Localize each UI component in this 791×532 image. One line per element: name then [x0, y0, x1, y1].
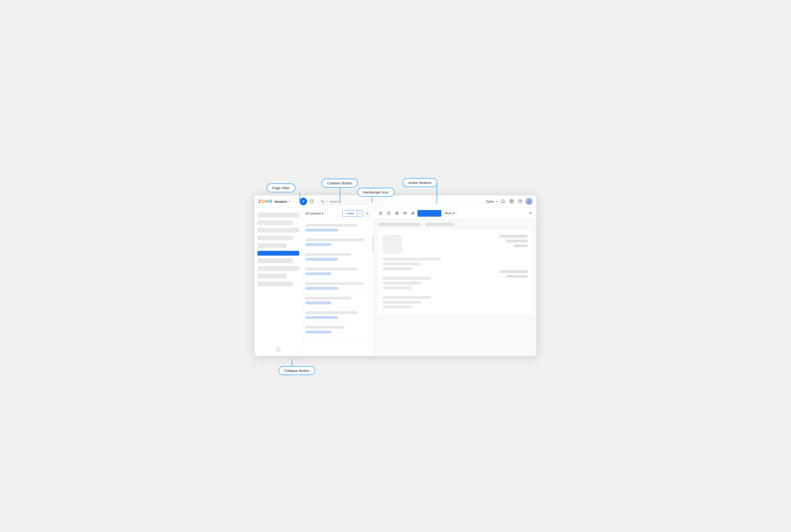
new-button-dropdown[interactable]: ▾: [357, 211, 363, 216]
new-button-label: + New: [345, 212, 354, 215]
detail-card: [378, 230, 533, 315]
status-button[interactable]: [418, 210, 441, 217]
annotation-creation-button: Creation Button: [322, 179, 358, 188]
detail-skeleton-info2: [383, 282, 422, 285]
list-item[interactable]: [302, 251, 374, 265]
more-button[interactable]: More ▾: [442, 210, 457, 216]
search-filter-icon[interactable]: ▾: [326, 200, 327, 203]
org-dropdown-icon[interactable]: ▾: [496, 200, 498, 203]
filter-arrow-icon: ▾: [322, 212, 324, 215]
list-item[interactable]: [302, 222, 374, 236]
detail-logo: [383, 235, 402, 254]
zoho-logo: Z O H O: [258, 199, 272, 204]
topbar-right: Zylker ▾: [486, 198, 533, 205]
list-actions: + New ▾ ≡: [342, 210, 371, 217]
svg-point-4: [528, 200, 530, 202]
sidebar-item[interactable]: [257, 235, 293, 240]
close-button[interactable]: ✕: [527, 210, 534, 217]
list-item[interactable]: [302, 265, 374, 280]
hamburger-icon: ≡: [366, 211, 368, 216]
annotation-page-filter: Page Filter: [267, 184, 295, 192]
help-icon[interactable]: [517, 198, 523, 205]
sidebar-item[interactable]: [257, 243, 287, 248]
list-item[interactable]: [302, 323, 374, 338]
search-input[interactable]: [330, 200, 381, 203]
list-scrollbar[interactable]: [372, 234, 373, 253]
search-bar: 🔍 ▾: [317, 197, 385, 205]
more-arrow-icon: ▾: [453, 211, 455, 215]
app-window: Z O H O Invoice ▾ +: [255, 195, 536, 356]
detail-right-sk5: [506, 275, 528, 278]
main-content: ‹ All Invoices ▾ + New: [255, 208, 536, 356]
collapse-button[interactable]: ‹: [276, 346, 281, 352]
annotation-hamburger: Hamburger Icon: [357, 188, 394, 196]
detail-skeleton-address2: [383, 267, 412, 270]
filter-label: All Invoices: [305, 212, 321, 215]
add-button[interactable]: +: [300, 197, 307, 205]
logo-letter-o1: O: [262, 199, 265, 204]
detail-skeleton-address1: [383, 263, 422, 265]
sidebar-items: [255, 211, 302, 344]
sidebar-item[interactable]: [257, 259, 293, 263]
detail-card-left: [383, 235, 480, 310]
history-button[interactable]: [308, 197, 316, 205]
annotation-action-buttons: Action Buttons: [403, 178, 437, 187]
logo-letter-h: H: [265, 199, 268, 204]
detail-skeleton-info3: [383, 286, 412, 289]
sidebar-item[interactable]: [257, 274, 287, 279]
detail-card-right: [485, 235, 528, 310]
detail-content: [374, 219, 536, 356]
attach-button[interactable]: [409, 210, 417, 217]
filter-button[interactable]: All Invoices ▾: [305, 212, 324, 215]
print-button[interactable]: [393, 210, 400, 217]
more-label: More: [445, 211, 452, 215]
hamburger-button[interactable]: ≡: [364, 210, 371, 217]
detail-info-line1: [378, 223, 421, 226]
logo-letter-o2: O: [269, 199, 272, 204]
list-item[interactable]: [302, 294, 374, 309]
detail-skeleton-company: [383, 258, 441, 261]
sidebar-item[interactable]: [257, 220, 293, 225]
annotation-hamburger-label: Hamburger Icon: [363, 190, 389, 194]
svg-rect-5: [396, 213, 398, 215]
annotation-action-label: Action Buttons: [408, 180, 431, 185]
detail-skeleton-info5: [383, 301, 422, 304]
topbar-actions: +: [300, 197, 316, 205]
search-icon: 🔍: [321, 200, 325, 203]
list-header: All Invoices ▾ + New ▾: [302, 208, 374, 220]
list-item[interactable]: [302, 236, 374, 251]
detail-skeleton-info1: [383, 277, 431, 280]
annotation-collapse-label: Collapse Button: [284, 368, 310, 373]
annotation-creation-label: Creation Button: [327, 181, 352, 185]
detail-right-sk2: [506, 240, 528, 243]
sidebar: ‹: [255, 208, 302, 356]
sidebar-item[interactable]: [257, 213, 299, 217]
avatar[interactable]: [525, 198, 533, 205]
app-dropdown-icon[interactable]: ▾: [289, 200, 290, 203]
detail-right-sk4: [499, 270, 528, 273]
notifications-icon[interactable]: [500, 198, 506, 205]
sidebar-item-active[interactable]: [257, 251, 299, 255]
logo-area: Z O H O Invoice ▾: [258, 199, 296, 204]
settings-icon[interactable]: [508, 198, 515, 205]
list-item[interactable]: [302, 309, 374, 323]
new-button[interactable]: + New: [343, 210, 357, 216]
org-name: Zylker: [486, 200, 495, 203]
detail-panel: More ▾ ✕: [374, 208, 536, 356]
annotation-page-filter-label: Page Filter: [272, 186, 290, 190]
sidebar-item[interactable]: [257, 266, 299, 271]
sidebar-item[interactable]: [257, 281, 293, 286]
logo-letter-z: Z: [258, 199, 261, 204]
detail-skeleton-info6: [383, 306, 412, 308]
annotation-collapse-button: Collapse Button: [278, 366, 315, 375]
email-button[interactable]: [401, 210, 408, 217]
document-button[interactable]: [385, 210, 392, 217]
detail-toolbar: More ▾ ✕: [374, 208, 536, 219]
list-item[interactable]: [302, 280, 374, 294]
sidebar-item[interactable]: [257, 228, 299, 233]
detail-card-inner: [383, 235, 528, 310]
detail-right-sk1: [499, 235, 528, 238]
edit-button[interactable]: [377, 210, 384, 217]
topbar: Z O H O Invoice ▾ +: [255, 195, 536, 208]
new-dropdown-arrow: ▾: [359, 212, 361, 215]
